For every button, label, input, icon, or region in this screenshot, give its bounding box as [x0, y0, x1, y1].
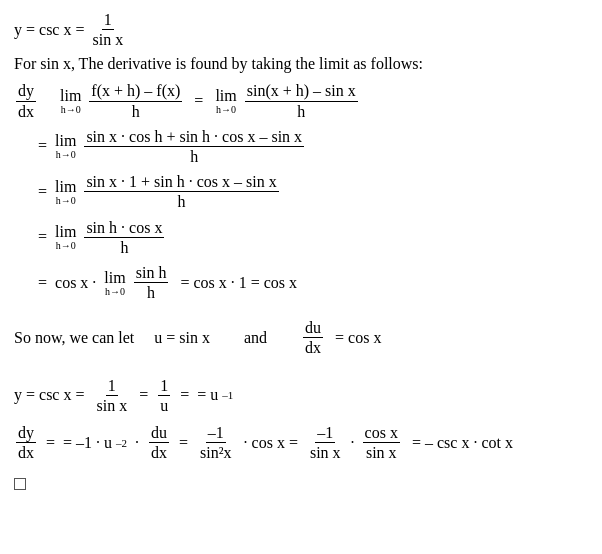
frac-step2: sin x · cos h + sin h · cos x – sin x h	[84, 127, 304, 166]
lim-block-6: lim h→0	[104, 269, 125, 297]
equation-line1: y = csc x = 1 sin x	[14, 10, 588, 49]
step2-line: = lim h→0 sin x · cos h + sin h · cos x …	[38, 127, 588, 166]
step5-line: = cos x · lim h→0 sin h h = cos x · 1 = …	[38, 263, 588, 302]
final-deriv-line: dy dx = = –1 · u–2 · du dx = –1 sin²x · …	[14, 423, 588, 462]
cursor-indicator	[14, 474, 588, 494]
frac-1-sinx-2: 1 sin x	[94, 376, 129, 415]
deriv-def-line: dy dx lim h→0 f(x + h) – f(x) h = lim h→…	[14, 81, 588, 120]
du-dx-final: du dx	[149, 423, 169, 462]
frac-step3: sin x · 1 + sin h · cos x – sin x h	[84, 172, 278, 211]
frac-1-u: 1 u	[158, 376, 170, 415]
frac-1-sinx: 1 sin x	[90, 10, 125, 49]
frac-neg1-sin2x: –1 sin²x	[198, 423, 233, 462]
step4-line: = lim h→0 sin h · cos x h	[38, 218, 588, 257]
frac-cosx-sinx: cos x sin x	[363, 423, 400, 462]
frac-fx: f(x + h) – f(x) h	[89, 81, 182, 120]
lim-block-4: lim h→0	[55, 178, 76, 206]
du-dx-frac: du dx	[303, 318, 323, 357]
dy-dx-final: dy dx	[16, 423, 36, 462]
lim-block-1: lim h→0	[60, 87, 81, 115]
dy-dx-frac: dy dx	[16, 81, 36, 120]
frac-neg1-sinx: –1 sin x	[308, 423, 343, 462]
frac-step4: sin h · cos x h	[84, 218, 164, 257]
frac-sinh-h: sin h h	[134, 263, 169, 302]
intro-text: For sin x, The derivative is found by ta…	[14, 55, 588, 73]
y-rewrite-line: y = csc x = 1 sin x = 1 u = = u–1	[14, 376, 588, 415]
lim-block-3: lim h→0	[55, 132, 76, 160]
lim-block-2: lim h→0	[215, 87, 236, 115]
lim-block-5: lim h→0	[55, 223, 76, 251]
step3-line: = lim h→0 sin x · 1 + sin h · cos x – si…	[38, 172, 588, 211]
cursor-box	[14, 478, 26, 490]
u-substitution-line: So now, we can let u = sin x and du dx =…	[14, 318, 588, 357]
frac-sin-expand: sin(x + h) – sin x h	[245, 81, 358, 120]
y-eq-csc: y = csc x =	[14, 21, 84, 39]
